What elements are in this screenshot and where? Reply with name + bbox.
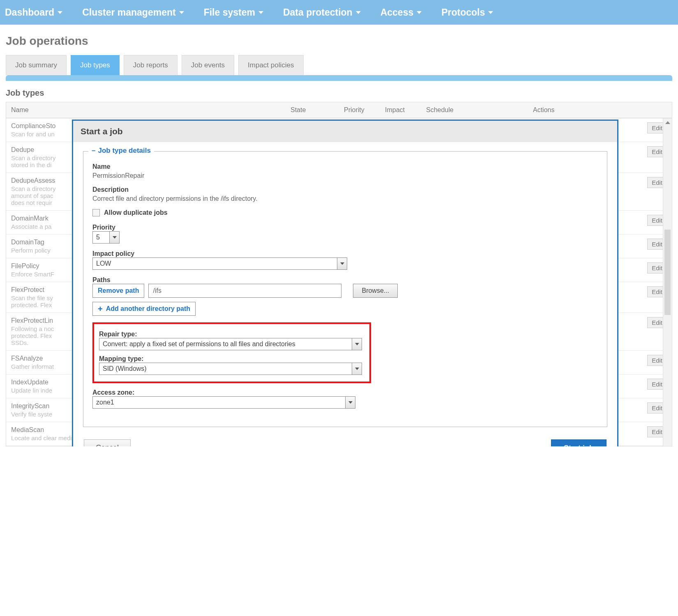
- col-priority[interactable]: Priority: [339, 102, 380, 118]
- nav-label: File system: [204, 7, 255, 18]
- access-zone-select[interactable]: zone1: [92, 396, 346, 409]
- section-title: Job types: [0, 81, 678, 102]
- collapse-icon: –: [92, 147, 95, 155]
- tab-job-summary[interactable]: Job summary: [6, 55, 67, 75]
- priority-label: Priority: [92, 224, 598, 231]
- highlighted-section: Repair type: Convert: apply a fixed set …: [92, 322, 371, 383]
- access-zone-label: Access zone:: [92, 389, 598, 396]
- page-title: Job operations: [0, 25, 678, 55]
- mapping-type-label: Mapping type:: [99, 355, 364, 363]
- modal-title: Start a job: [73, 121, 617, 142]
- plus-icon: +: [98, 305, 103, 313]
- job-types-table: Name State Priority Impact Schedule Acti…: [6, 102, 672, 446]
- nav-label: Access: [381, 7, 414, 18]
- chevron-down-icon: [488, 11, 493, 14]
- nav-label: Protocols: [441, 7, 485, 18]
- chevron-down-icon: [355, 343, 359, 345]
- scrollbar[interactable]: [663, 118, 672, 446]
- impact-policy-select[interactable]: LOW: [92, 257, 337, 270]
- scroll-up-icon[interactable]: [665, 121, 670, 124]
- description-value: Correct file and directory permissions i…: [92, 195, 598, 202]
- zone-dropdown-button[interactable]: [346, 396, 355, 409]
- description-label: Description: [92, 186, 598, 193]
- repair-type-select[interactable]: Convert: apply a fixed set of permission…: [99, 338, 352, 350]
- chevron-down-icon: [417, 11, 422, 14]
- tab-job-reports[interactable]: Job reports: [124, 55, 178, 75]
- name-label: Name: [92, 163, 598, 170]
- nav-label: Dashboard: [5, 7, 54, 18]
- cancel-button[interactable]: Cancel: [84, 439, 131, 446]
- repair-dropdown-button[interactable]: [352, 338, 362, 350]
- nav-item-data-protection[interactable]: Data protection: [283, 7, 361, 18]
- impact-dropdown-button[interactable]: [337, 257, 347, 270]
- chevron-down-icon: [179, 11, 184, 14]
- mapping-type-select[interactable]: SID (Windows): [99, 363, 352, 375]
- table-body: ComplianceStoScan for and unEditDedupeSc…: [6, 118, 672, 446]
- col-name[interactable]: Name: [6, 102, 286, 118]
- top-nav: Dashboard Cluster management File system…: [0, 0, 678, 25]
- start-job-button[interactable]: Start job: [551, 439, 607, 446]
- tab-underline: [6, 75, 672, 81]
- paths-label: Paths: [92, 276, 598, 284]
- priority-dropdown-button[interactable]: [110, 231, 120, 244]
- start-job-modal: Start a job – Job type details Name Perm…: [72, 120, 618, 446]
- chevron-down-icon: [355, 368, 359, 370]
- add-path-button[interactable]: + Add another directory path: [92, 302, 196, 316]
- fieldset-legend[interactable]: – Job type details: [88, 147, 154, 155]
- impact-policy-label: Impact policy: [92, 250, 598, 257]
- chevron-down-icon: [258, 11, 263, 14]
- tab-bar: Job summary Job types Job reports Job ev…: [0, 55, 678, 81]
- repair-type-label: Repair type:: [99, 331, 364, 338]
- tab-job-types[interactable]: Job types: [71, 55, 120, 75]
- add-path-label: Add another directory path: [106, 305, 190, 313]
- legend-text: Job type details: [98, 147, 150, 155]
- tab-impact-policies[interactable]: Impact policies: [238, 55, 303, 75]
- chevron-down-icon: [348, 401, 353, 404]
- col-actions: Actions: [528, 102, 672, 118]
- remove-path-button[interactable]: Remove path: [92, 284, 144, 298]
- chevron-down-icon: [113, 236, 117, 239]
- chevron-down-icon: [58, 11, 62, 14]
- nav-item-protocols[interactable]: Protocols: [441, 7, 493, 18]
- scroll-thumb[interactable]: [664, 230, 671, 315]
- priority-select[interactable]: 5: [92, 231, 110, 244]
- name-value: PermissionRepair: [92, 172, 598, 179]
- col-impact[interactable]: Impact: [380, 102, 421, 118]
- nav-item-dashboard[interactable]: Dashboard: [5, 7, 62, 18]
- nav-label: Cluster management: [82, 7, 176, 18]
- allow-duplicate-checkbox[interactable]: [92, 209, 100, 216]
- table-header: Name State Priority Impact Schedule Acti…: [6, 102, 672, 118]
- nav-item-cluster-management[interactable]: Cluster management: [82, 7, 184, 18]
- nav-item-file-system[interactable]: File system: [204, 7, 263, 18]
- col-state[interactable]: State: [286, 102, 339, 118]
- nav-item-access[interactable]: Access: [381, 7, 422, 18]
- tab-job-events[interactable]: Job events: [182, 55, 234, 75]
- job-type-details-fieldset: – Job type details Name PermissionRepair…: [83, 151, 607, 427]
- col-schedule[interactable]: Schedule: [421, 102, 528, 118]
- nav-label: Data protection: [283, 7, 353, 18]
- chevron-down-icon: [356, 11, 361, 14]
- mapping-dropdown-button[interactable]: [352, 363, 362, 375]
- path-input[interactable]: [148, 284, 341, 298]
- browse-button[interactable]: Browse...: [353, 284, 398, 298]
- allow-duplicate-label: Allow duplicate jobs: [104, 209, 168, 216]
- chevron-down-icon: [340, 262, 344, 265]
